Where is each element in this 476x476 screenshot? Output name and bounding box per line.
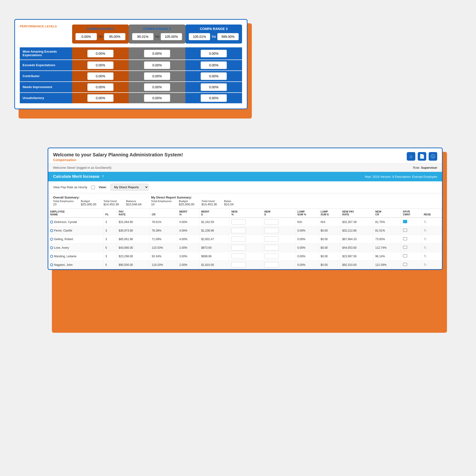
new-dollar-input-4[interactable] [264,254,279,259]
compa-range-3-from[interactable] [189,33,210,40]
compa-range-3-to[interactable] [217,33,239,40]
emp-name-5: Nagatori, John [54,263,73,267]
td-3-3: 110.53% [150,243,177,252]
merit-header: Calculate Merit Increase ? Year: 2019 Ve… [48,172,442,181]
comment-icon-4[interactable] [403,254,407,257]
welcome-bar: Welcome Steve! (logged in as GooSteve5) … [48,164,442,172]
document-icon-button[interactable]: 📄 [418,152,426,161]
th-employee-name: EMPLOYEENAME [48,209,103,218]
perf-input-3-2[interactable] [201,83,227,91]
td-1-9: $0.00 [319,226,340,235]
home-icon-button[interactable]: ⌂ [407,152,415,161]
info-icon-button[interactable]: ⓘ [429,152,437,161]
perf-input-2-0[interactable] [87,72,114,80]
compa-range-1-from[interactable] [75,33,97,40]
reset-icon-3[interactable]: ↻ [424,245,427,250]
overall-budget: Budget $25,000.00 [81,200,96,206]
perf-input-cell-3-2 [186,82,242,92]
td-5-13: ↻ [422,261,442,269]
perf-level-name-1: Exceeds Expectations [20,60,72,70]
new-pct-input-3[interactable] [231,245,246,250]
perf-input-0-1[interactable] [144,50,170,57]
comment-icon-2[interactable] [403,237,407,240]
compa-range-2-from[interactable] [132,33,153,40]
td-0-2: $31,064.80 [117,218,150,226]
perf-input-1-2[interactable] [201,61,227,69]
perf-input-1-0[interactable] [87,61,114,69]
perf-input-4-2[interactable] [201,94,227,102]
comment-icon-1[interactable] [403,228,407,232]
merit-year-info: Year: 2019 Version: 9 Description: Exemp… [365,175,437,178]
reset-icon-5[interactable]: ↻ [424,262,427,267]
perf-input-cell-0-1 [129,47,186,60]
new-pct-input-2[interactable] [231,236,246,242]
td-0-10: $32,307.39 [340,218,374,226]
direct-report-summary-group: My Direct Report Summary: Total Employee… [151,196,234,206]
perf-input-cell-3-0 [72,82,129,92]
reset-icon-4[interactable]: ↻ [424,254,427,258]
perf-input-4-0[interactable] [87,94,114,102]
dr-balance-label: Balan [224,200,234,203]
perf-level-name-4: Unsatisfactory [20,93,72,103]
overall-balance-value: $10,546.64 [126,203,142,206]
perf-input-cell-2-1 [129,71,186,81]
perf-input-0-0[interactable] [87,50,114,57]
td-1-8: 0.00% [295,226,319,235]
td-5-4: 2.00% [177,261,199,269]
new-pct-input-1[interactable] [231,228,246,233]
td-4-9: $0.00 [319,252,340,261]
comment-icon-0[interactable] [403,220,407,223]
td-2-11: 73.93% [373,235,401,243]
td-0-12 [401,218,422,226]
perf-input-4-1[interactable] [144,94,170,102]
new-dollar-input-3[interactable] [264,245,279,250]
merit-help[interactable]: ? [102,175,104,178]
perf-input-0-2[interactable] [201,50,227,57]
td-2-4: 4.00% [177,235,199,243]
emp-circle-1 [50,229,53,232]
td-3-6 [229,243,262,252]
td-5-1: 5 [103,261,117,269]
comment-icon-3[interactable] [403,246,407,249]
merit-title: Calculate Merit Increase [53,174,100,179]
td-4-7 [262,252,295,261]
th-new-cr: NEWCR [373,209,401,218]
comment-icon-5[interactable] [403,263,407,266]
td-1-10: $32,212.86 [340,226,374,235]
reset-icon-0[interactable]: ↻ [424,220,427,224]
new-pct-input-5[interactable] [231,262,246,268]
td-0-13: ↻ [422,218,442,226]
td-1-0: Ferrer, Clarifel [48,226,103,235]
new-pct-input-0[interactable] [231,219,246,225]
td-5-11: 121.59% [373,261,401,269]
perf-level-name-3: Needs Improvement [20,82,72,92]
reset-icon-2[interactable]: ↻ [424,237,427,241]
new-dollar-input-5[interactable] [264,262,279,268]
perf-input-cell-4-2 [186,93,242,103]
perf-input-cell-3-1 [129,82,186,92]
new-pct-input-4[interactable] [231,254,246,259]
view-pay-checkbox[interactable] [91,186,95,189]
table-row: Manding, Leilanie3$23,298.6093.34%3.00%$… [48,252,442,261]
td-5-8: 0.00% [295,261,319,269]
reset-icon-1[interactable]: ↻ [424,228,427,233]
new-dollar-input-1[interactable] [264,228,279,233]
emp-name-2: Geiling, Robert [54,238,73,241]
th-spvr-cmnt: SPVRCMNT [401,209,422,218]
emp-name-0: Dickinson, Cyndal [54,221,77,224]
role-value: Supervisor [421,166,437,170]
perf-input-2-2[interactable] [201,72,227,80]
td-2-0: Geiling, Robert [48,235,103,243]
new-dollar-input-2[interactable] [264,236,279,242]
th-merit-dollar: MERIT$ [199,209,229,218]
compa-range-1-to[interactable] [104,33,125,40]
new-dollar-input-0[interactable] [264,219,279,225]
perf-input-3-0[interactable] [87,83,114,91]
perf-input-3-1[interactable] [144,83,170,91]
compa-range-2-to[interactable] [161,33,182,40]
view-select[interactable]: My Direct Reports [110,184,149,191]
perf-input-1-1[interactable] [144,61,170,69]
td-5-7 [262,261,295,269]
td-4-5: $698.96 [199,252,229,261]
perf-input-2-1[interactable] [144,72,170,80]
